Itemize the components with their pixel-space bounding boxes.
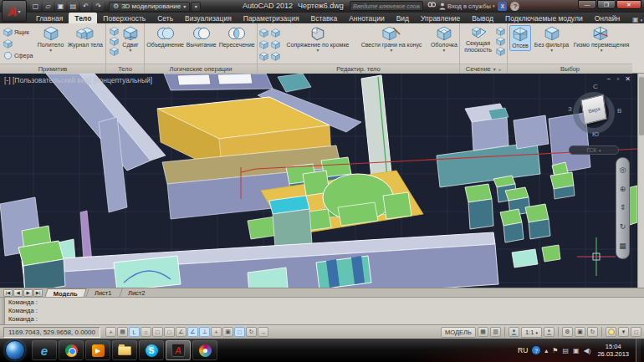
workspace-gear-icon[interactable]: ⚙ (562, 327, 573, 337)
viewport-label[interactable]: [-] [Пользовательский вид] [Концептуальн… (4, 76, 152, 84)
tab-parametrizaciya[interactable]: Параметризация (238, 13, 305, 23)
autoscale-icon[interactable] (544, 327, 555, 337)
tab-vyvod[interactable]: Вывод (466, 13, 499, 23)
rotate-faces-button[interactable] (258, 51, 269, 62)
help-button[interactable]: ? (510, 2, 519, 11)
infer-toggle[interactable]: ▦ (117, 327, 128, 337)
coordinates-display[interactable]: 1169.7043, 529.9658, 0.0000 (3, 327, 100, 338)
lock-icon[interactable]: ▣ (575, 327, 585, 337)
sphere-button[interactable]: Сфера (2, 50, 35, 61)
tab-moduli[interactable]: Подключаемые модули (499, 13, 589, 23)
tray-clipboard-icon[interactable]: ▤ (563, 347, 570, 354)
tab-upravlenie[interactable]: Управление (415, 13, 466, 23)
tab-telo[interactable]: Тело (69, 13, 97, 23)
layout2-tab[interactable]: Лист2 (119, 288, 153, 298)
sweep-button[interactable]: Сдвиг ▾ (120, 25, 141, 54)
compass-south[interactable]: Ю (592, 130, 599, 138)
status-menu-arrow[interactable]: ▾ (618, 327, 629, 337)
volume-icon[interactable]: ◀) (584, 347, 591, 354)
dyn-toggle[interactable]: + (211, 327, 222, 337)
panel-label-selection[interactable]: Выбор (508, 64, 632, 74)
compass-east[interactable]: В (617, 107, 621, 115)
signin-button[interactable]: Вход в службы ▾ (439, 3, 494, 10)
model-tab[interactable]: Модель (44, 288, 87, 298)
move-faces-button[interactable] (270, 28, 281, 38)
box-button[interactable]: Ящик (2, 27, 35, 38)
tab-vizualizaciya[interactable]: Визуализация (179, 13, 238, 23)
panel-label-primitive[interactable]: Примитив (0, 64, 105, 74)
first-tab-button[interactable]: |◀ (3, 289, 13, 297)
otrack-toggle[interactable]: ∠ (187, 327, 198, 337)
lineweight-toggle[interactable]: ▣ (222, 327, 233, 337)
intersect-button[interactable]: Пересечение (218, 25, 255, 49)
panel-label-boolean[interactable]: Логические операции (145, 64, 257, 74)
drawing-viewport[interactable]: [-] [Пользовательский вид] [Концептуальн… (0, 74, 637, 288)
grid-toggle[interactable]: L (129, 327, 140, 337)
isolate-objects-icon[interactable] (606, 327, 616, 337)
plot-button[interactable]: ▤ (68, 2, 79, 11)
redo-button[interactable]: ↷ (93, 2, 104, 11)
tab-set[interactable]: Сеть (151, 13, 179, 23)
tab-poverhnost[interactable]: Поверхность (97, 13, 151, 23)
quick-view-layouts-icon[interactable]: ▦ (478, 327, 488, 337)
gizmo-button[interactable]: Гизмо перемещения ▾ (572, 25, 631, 54)
extrude-faces-button[interactable] (258, 28, 269, 38)
show-desktop-button[interactable] (636, 339, 641, 362)
viewport-minimize-button[interactable]: − (607, 75, 611, 83)
solid-history-button[interactable]: Журнал тела (67, 25, 104, 49)
scrollbar-thumb[interactable] (639, 77, 644, 135)
ortho-toggle[interactable]: ○ (141, 327, 151, 337)
revolve-button[interactable] (110, 47, 119, 56)
ducs-toggle[interactable]: ⊥ (199, 327, 210, 337)
viewport-scrollbar[interactable] (637, 74, 644, 288)
application-menu-button[interactable]: A ▾ (2, 0, 27, 22)
viewport-close-button[interactable]: ✕ (625, 75, 631, 83)
next-tab-button[interactable]: ▶ (23, 289, 33, 297)
infocenter-search-input[interactable] (350, 1, 423, 11)
language-indicator[interactable]: RU (518, 346, 528, 354)
showmotion-icon[interactable]: ▦ (619, 242, 626, 250)
action-center-flag-icon[interactable]: ⚑ (552, 347, 558, 354)
layout1-tab[interactable]: Лист1 (85, 288, 120, 298)
offset-faces-button[interactable] (258, 39, 269, 50)
model-space-button[interactable]: МОДЕЛЬ (441, 327, 476, 338)
add-jog-button[interactable] (496, 37, 505, 46)
tab-glavnaya[interactable]: Главная (30, 13, 69, 23)
tray-window-icon[interactable]: ▣ (573, 347, 580, 354)
fillet-edge-button[interactable]: Сопряжение по кромке ▾ (283, 25, 353, 54)
taskbar-media-player[interactable]: ▶ (85, 340, 110, 360)
delete-faces-button[interactable] (270, 39, 281, 50)
union-button[interactable]: Объединение (146, 25, 184, 49)
last-tab-button[interactable]: ▶| (33, 289, 43, 297)
osnap-toggle[interactable]: □ (164, 327, 175, 337)
steering-wheel-icon[interactable]: ◎ (620, 166, 626, 174)
cylinder-button[interactable] (2, 38, 35, 49)
quick-view-drawings-icon[interactable]: ▥ (490, 327, 501, 337)
generate-section-button[interactable] (496, 47, 505, 56)
compass-north[interactable]: С (593, 83, 598, 90)
3dosnap-toggle[interactable]: ∠ (176, 327, 187, 337)
taskbar-chrome[interactable] (59, 340, 84, 360)
taskbar-clock[interactable]: 15:04 26.03.2013 (597, 343, 629, 359)
panel-label-solid[interactable]: Тело (106, 64, 144, 74)
orbit-icon[interactable]: ↻ (620, 223, 626, 231)
compass-west[interactable]: З (568, 105, 572, 113)
prev-tab-button[interactable]: ◀ (13, 289, 23, 297)
3d-scene[interactable] (0, 74, 637, 288)
polar-toggle[interactable]: □ (152, 327, 163, 337)
search-icon[interactable] (427, 2, 436, 11)
qat-customize-button[interactable]: ▾ (191, 2, 201, 12)
tab-vid[interactable]: Вид (391, 13, 415, 23)
clean-screen-button[interactable]: □ (631, 327, 641, 337)
quickprops-toggle[interactable]: ↻ (246, 327, 257, 337)
no-filter-button[interactable]: Без фильтра ▾ (533, 25, 570, 54)
taskbar-explorer[interactable] (112, 340, 137, 360)
tab-annotacii[interactable]: Аннотации (343, 13, 391, 23)
taskbar-autocad[interactable]: A (166, 340, 191, 360)
ribbon-options-button[interactable]: ▣ ▾ (632, 16, 642, 23)
live-section-button[interactable] (496, 27, 505, 36)
save-button[interactable]: ▣ (55, 2, 66, 11)
taskbar-ie[interactable]: e (32, 340, 57, 360)
annotation-visibility-icon[interactable] (509, 327, 519, 337)
snap-toggle[interactable]: + (105, 327, 116, 337)
